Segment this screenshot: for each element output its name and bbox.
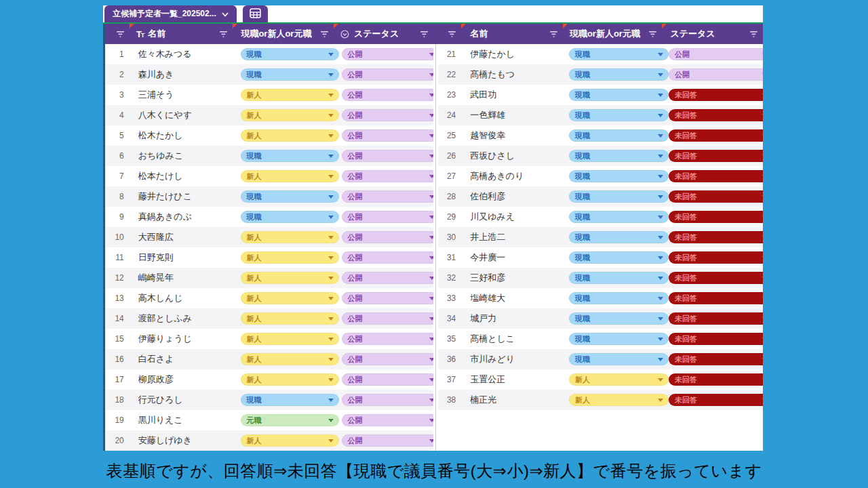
type-dropdown[interactable]: 現職 xyxy=(569,231,669,243)
candidate-name-cell[interactable]: 柳原政彦 xyxy=(130,369,233,390)
candidate-name-cell[interactable]: 八木くにやす xyxy=(130,105,233,125)
type-dropdown[interactable]: 現職 xyxy=(569,48,669,60)
candidate-name-cell[interactable]: 川又ゆみえ xyxy=(461,207,562,227)
status-dropdown[interactable]: 公開 xyxy=(342,170,433,182)
type-dropdown[interactable]: 現職 xyxy=(569,353,669,365)
status-dropdown[interactable]: 公開 xyxy=(342,251,433,264)
status-dropdown[interactable]: 未回答 xyxy=(669,231,763,243)
status-dropdown[interactable]: 未回答 xyxy=(669,150,763,162)
type-dropdown[interactable]: 現職 xyxy=(569,68,669,81)
type-dropdown[interactable]: 新人 xyxy=(241,170,339,182)
status-column-header-right[interactable]: ステータス xyxy=(662,24,763,44)
candidate-name-cell[interactable]: 安藤しげゆき xyxy=(130,430,233,451)
status-dropdown[interactable]: 公開 xyxy=(669,48,763,60)
candidate-name-cell[interactable]: 伊藤りょうじ xyxy=(130,329,233,349)
candidate-name-cell[interactable]: 三好和彦 xyxy=(461,268,562,288)
candidate-name-cell[interactable]: 井上浩二 xyxy=(461,227,562,247)
status-dropdown[interactable]: 未回答 xyxy=(669,333,763,345)
candidate-name-cell[interactable]: 楠正光 xyxy=(461,390,562,410)
type-dropdown[interactable]: 現職 xyxy=(241,68,339,81)
candidate-name-cell[interactable]: 三浦そう xyxy=(130,85,233,105)
type-dropdown[interactable]: 新人 xyxy=(241,312,339,325)
status-dropdown[interactable]: 公開 xyxy=(342,434,433,447)
candidate-name-cell[interactable]: 髙橋としこ xyxy=(461,329,562,349)
candidate-name-cell[interactable]: 日野克則 xyxy=(130,247,233,268)
candidate-name-cell[interactable]: 玉置公正 xyxy=(461,369,562,390)
candidate-name-cell[interactable]: 嶋崎晃年 xyxy=(130,268,233,288)
candidate-name-cell[interactable]: 市川みどり xyxy=(461,349,562,369)
status-dropdown[interactable]: 公開 xyxy=(342,231,433,243)
type-dropdown[interactable]: 現職 xyxy=(241,150,339,162)
candidate-name-cell[interactable]: 越智俊幸 xyxy=(461,125,562,146)
filter-icon[interactable] xyxy=(321,31,328,37)
name-column-header-right[interactable]: 名前 xyxy=(461,24,563,44)
type-dropdown[interactable]: 現職 xyxy=(569,251,669,264)
status-dropdown[interactable]: 未回答 xyxy=(669,89,763,101)
status-dropdown[interactable]: 公開 xyxy=(342,89,433,101)
type-column-header-left[interactable]: 現職or新人or元職 xyxy=(233,24,334,44)
candidate-name-cell[interactable]: 武田功 xyxy=(461,85,562,105)
status-dropdown[interactable]: 公開 xyxy=(342,333,433,345)
status-dropdown[interactable]: 公開 xyxy=(342,394,433,406)
name-column-header-left[interactable]: TT 名前 xyxy=(130,24,233,44)
type-dropdown[interactable]: 現職 xyxy=(569,109,669,121)
status-dropdown[interactable]: 公開 xyxy=(342,272,433,284)
status-dropdown[interactable]: 公開 xyxy=(342,211,433,223)
status-dropdown[interactable]: 公開 xyxy=(342,68,433,81)
type-dropdown[interactable]: 現職 xyxy=(241,394,339,406)
type-dropdown[interactable]: 現職 xyxy=(569,170,669,182)
type-dropdown[interactable]: 現職 xyxy=(569,272,669,284)
type-dropdown[interactable]: 現職 xyxy=(569,312,669,325)
candidate-name-cell[interactable]: 黒川りえこ xyxy=(130,410,233,430)
filter-icon[interactable] xyxy=(420,31,428,37)
candidate-name-cell[interactable]: 真鍋あきのぶ xyxy=(130,207,233,227)
status-dropdown[interactable]: 未回答 xyxy=(669,292,763,304)
sheet-tab[interactable]: 立候補予定者一覧_202502... xyxy=(104,5,237,22)
pane-divider[interactable] xyxy=(433,44,439,451)
status-dropdown[interactable]: 未回答 xyxy=(669,272,763,284)
status-dropdown[interactable]: 未回答 xyxy=(669,312,763,325)
type-dropdown[interactable]: 現職 xyxy=(241,190,339,203)
type-dropdown[interactable]: 現職 xyxy=(569,150,669,162)
candidate-name-cell[interactable]: 一色輝雄 xyxy=(461,105,562,125)
type-dropdown[interactable]: 新人 xyxy=(241,251,339,264)
status-dropdown[interactable]: 未回答 xyxy=(669,211,763,223)
status-dropdown[interactable]: 公開 xyxy=(342,190,433,203)
filter-icon[interactable] xyxy=(220,31,227,37)
filter-icon[interactable] xyxy=(750,31,757,37)
type-column-header-right[interactable]: 現職or新人or元職 xyxy=(563,24,663,44)
candidate-name-cell[interactable]: 渡部としふみ xyxy=(130,308,233,329)
status-dropdown[interactable]: 未回答 xyxy=(669,373,763,386)
type-dropdown[interactable]: 新人 xyxy=(241,129,339,142)
type-dropdown[interactable]: 現職 xyxy=(569,89,669,101)
table-view-tab[interactable] xyxy=(243,5,268,22)
status-dropdown[interactable]: 公開 xyxy=(342,150,433,162)
candidate-name-cell[interactable]: 大西隆広 xyxy=(130,227,233,247)
candidate-name-cell[interactable]: 松木たかし xyxy=(130,125,233,146)
type-dropdown[interactable]: 新人 xyxy=(569,373,669,386)
type-dropdown[interactable]: 現職 xyxy=(569,190,669,203)
type-dropdown[interactable]: 新人 xyxy=(241,109,339,121)
status-dropdown[interactable]: 公開 xyxy=(342,414,433,426)
type-dropdown[interactable]: 現職 xyxy=(569,129,669,142)
type-dropdown[interactable]: 元職 xyxy=(241,414,339,426)
candidate-name-cell[interactable]: 髙橋あきのり xyxy=(461,166,562,186)
candidate-name-cell[interactable]: 塩崎雄大 xyxy=(461,288,562,308)
status-dropdown[interactable]: 未回答 xyxy=(669,251,763,264)
candidate-name-cell[interactable]: 白石さよ xyxy=(130,349,233,369)
status-dropdown[interactable]: 公開 xyxy=(342,312,433,325)
candidate-name-cell[interactable]: 松本たけし xyxy=(130,166,233,186)
candidate-name-cell[interactable]: 伊藤たかし xyxy=(461,44,562,64)
candidate-name-cell[interactable]: 髙橋たもつ xyxy=(461,64,562,85)
status-dropdown[interactable]: 未回答 xyxy=(669,129,763,142)
chevron-down-icon[interactable] xyxy=(222,9,229,19)
candidate-name-cell[interactable]: 城戸力 xyxy=(461,308,562,329)
type-dropdown[interactable]: 新人 xyxy=(241,231,339,243)
filter-icon[interactable] xyxy=(448,31,456,37)
candidate-name-cell[interactable]: 藤井たけひこ xyxy=(130,186,233,207)
status-dropdown[interactable]: 未回答 xyxy=(669,109,763,121)
candidate-name-cell[interactable]: 行元ひろし xyxy=(130,390,233,410)
status-column-header-left[interactable]: ステータス xyxy=(334,24,433,44)
status-dropdown[interactable]: 公開 xyxy=(342,292,433,304)
type-dropdown[interactable]: 新人 xyxy=(241,292,339,304)
